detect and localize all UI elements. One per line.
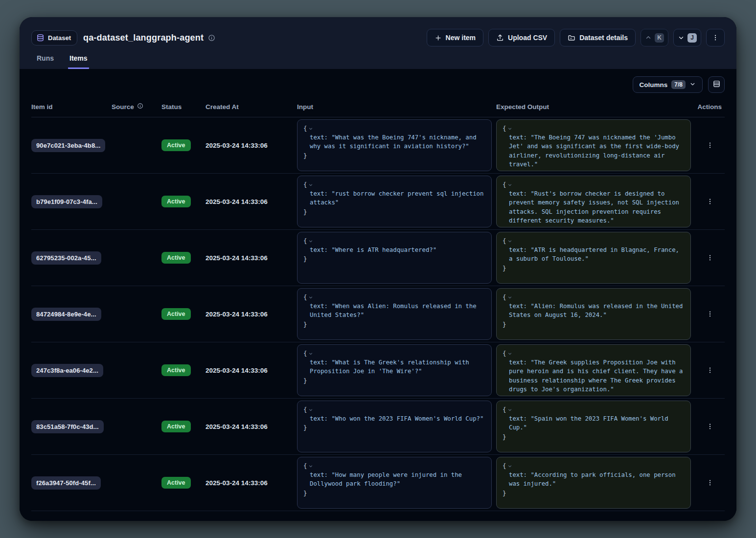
row-actions-menu-button[interactable] [703, 138, 717, 152]
next-item-button[interactable]: J [673, 29, 701, 46]
input-json-viewer[interactable]: { text: "rust borrow checker prevent sql… [297, 176, 492, 227]
expected-output-json-text: text: "ATR is headquartered in Blagnac, … [503, 246, 685, 264]
header-more-menu-button[interactable] [706, 29, 725, 46]
item-id-badge[interactable]: 62795235-002a-45... [31, 251, 101, 265]
input-json-viewer[interactable]: { text: "Where is ATR headquartered?" } [297, 232, 492, 284]
collapse-chevron-icon[interactable] [308, 464, 313, 469]
table-row[interactable]: b79e1f09-07c3-4fa... Active 2025-03-24 1… [31, 174, 725, 230]
upload-csv-label: Upload CSV [508, 34, 547, 42]
input-cell: { text: "Who won the 2023 FIFA Women's W… [297, 401, 496, 452]
input-json-text: text: "How many people were injured in t… [303, 471, 485, 489]
input-json-text: text: "rust borrow checker prevent sql i… [303, 189, 485, 207]
input-cell: { text: "How many people were injured in… [297, 457, 496, 509]
collapse-chevron-icon[interactable] [308, 295, 313, 300]
previous-item-button[interactable]: K [641, 29, 668, 46]
input-json-viewer[interactable]: { text: "When was Alien: Romulus release… [297, 288, 492, 340]
status-badge: Active [161, 477, 191, 489]
row-actions-menu-button[interactable] [703, 307, 717, 321]
tab-items[interactable]: Items [68, 54, 89, 69]
collapse-chevron-icon[interactable] [507, 407, 512, 412]
expected-output-json-viewer[interactable]: { text: "ATR is headquartered in Blagnac… [496, 232, 691, 284]
collapse-chevron-icon[interactable] [308, 407, 313, 412]
collapse-chevron-icon[interactable] [308, 126, 313, 131]
row-actions-menu-button[interactable] [703, 476, 717, 490]
collapse-chevron-icon[interactable] [507, 464, 512, 469]
status-cell: Active [161, 421, 206, 432]
dataset-details-button[interactable]: Dataset details [560, 29, 636, 46]
created-at-value: 2025-03-24 14:33:06 [206, 479, 297, 487]
page-title: qa-dataset_langgraph-agent [83, 33, 204, 43]
item-id-badge[interactable]: 84724984-8e9e-4e... [31, 308, 101, 321]
input-cell: { text: "What is The Greek's relationshi… [297, 344, 496, 396]
dataset-type-badge[interactable]: Dataset [31, 30, 77, 45]
upload-csv-button[interactable]: Upload CSV [488, 29, 555, 46]
open-brace: { [303, 349, 307, 358]
input-json-viewer[interactable]: { text: "What was the Boeing 747's nickn… [297, 119, 492, 171]
expected-output-json-text: text: "Spain won the 2023 FIFA Women's W… [503, 414, 685, 432]
input-json-text: text: "What was the Boeing 747's nicknam… [303, 133, 485, 151]
item-id-cell: 247c3f8a-ea06-4e2... [31, 364, 112, 377]
row-height-button[interactable] [708, 76, 725, 93]
columns-selector-button[interactable]: Columns 7/8 [633, 76, 703, 93]
row-actions-menu-button[interactable] [703, 195, 717, 208]
tab-runs[interactable]: Runs [35, 54, 55, 69]
source-info-icon[interactable] [137, 103, 143, 111]
collapse-chevron-icon[interactable] [507, 182, 512, 187]
table-row[interactable]: 83c51a58-7f0c-43d... Active 2025-03-24 1… [31, 399, 725, 455]
row-actions-menu-button[interactable] [703, 251, 717, 265]
status-badge: Active [161, 196, 191, 207]
expected-output-json-text: text: "Rust's borrow checker is designed… [503, 189, 685, 225]
open-brace: { [503, 236, 506, 246]
expected-output-json-viewer[interactable]: { text: "According to park officials, on… [496, 457, 691, 509]
open-brace: { [303, 180, 307, 189]
tab-bar: Runs Items [31, 54, 725, 69]
new-item-button[interactable]: New item [427, 29, 483, 46]
open-brace: { [303, 292, 307, 302]
close-brace: } [303, 151, 485, 160]
item-id-cell: 84724984-8e9e-4e... [31, 308, 112, 321]
actions-cell [695, 307, 725, 321]
close-brace: } [303, 489, 485, 498]
collapse-chevron-icon[interactable] [308, 351, 313, 356]
expected-output-cell: { text: "The Boeing 747 was nicknamed th… [496, 119, 695, 171]
collapse-chevron-icon[interactable] [507, 239, 512, 244]
collapse-chevron-icon[interactable] [507, 126, 512, 131]
row-actions-menu-button[interactable] [703, 420, 717, 433]
expected-output-json-viewer[interactable]: { text: "Spain won the 2023 FIFA Women's… [496, 401, 691, 452]
collapse-chevron-icon[interactable] [308, 239, 313, 244]
expected-output-cell: { text: "Rust's borrow checker is design… [496, 176, 695, 227]
collapse-chevron-icon[interactable] [507, 295, 512, 300]
row-actions-menu-button[interactable] [703, 363, 717, 377]
database-icon [36, 34, 45, 42]
expected-output-json-viewer[interactable]: { text: "The Greek supplies Proposition … [496, 344, 691, 396]
item-id-badge[interactable]: b79e1f09-07c3-4fa... [31, 195, 102, 208]
title-info-icon[interactable] [208, 34, 215, 42]
input-json-viewer[interactable]: { text: "How many people were injured in… [297, 457, 492, 509]
item-id-cell: 62795235-002a-45... [31, 251, 112, 265]
close-brace: } [503, 320, 685, 329]
collapse-chevron-icon[interactable] [308, 182, 313, 187]
item-id-badge[interactable]: 247c3f8a-ea06-4e2... [31, 364, 103, 377]
expected-output-cell: { text: "The Greek supplies Proposition … [496, 344, 695, 396]
expected-output-json-viewer[interactable]: { text: "Alien: Romulus was released in … [496, 288, 691, 340]
input-json-text: text: "What is The Greek's relationship … [303, 358, 485, 376]
table-row[interactable]: 62795235-002a-45... Active 2025-03-24 14… [31, 230, 725, 286]
table-row[interactable]: f26a3947-50fd-45f... Active 2025-03-24 1… [31, 455, 725, 511]
item-id-badge[interactable]: f26a3947-50fd-45f... [31, 476, 101, 490]
item-id-badge[interactable]: 90e7c021-3eba-4b8... [31, 139, 105, 152]
table-row[interactable]: 84724984-8e9e-4e... Active 2025-03-24 14… [31, 286, 725, 342]
status-badge: Active [161, 421, 191, 432]
item-id-badge[interactable]: 83c51a58-7f0c-43d... [31, 420, 104, 433]
table-row[interactable]: 247c3f8a-ea06-4e2... Active 2025-03-24 1… [31, 342, 725, 399]
input-cell: { text: "Where is ATR headquartered?" } [297, 232, 496, 284]
expected-output-json-viewer[interactable]: { text: "The Boeing 747 was nicknamed th… [496, 119, 691, 171]
input-json-viewer[interactable]: { text: "Who won the 2023 FIFA Women's W… [297, 401, 492, 452]
created-at-value: 2025-03-24 14:33:06 [206, 254, 297, 262]
close-brace: } [303, 376, 485, 385]
table-row[interactable]: 90e7c021-3eba-4b8... Active 2025-03-24 1… [31, 117, 725, 174]
expected-output-json-viewer[interactable]: { text: "Rust's borrow checker is design… [496, 176, 691, 227]
column-header-expected-output: Expected Output [496, 103, 695, 111]
column-header-actions: Actions [695, 103, 725, 111]
input-json-viewer[interactable]: { text: "What is The Greek's relationshi… [297, 344, 492, 396]
collapse-chevron-icon[interactable] [507, 351, 512, 356]
